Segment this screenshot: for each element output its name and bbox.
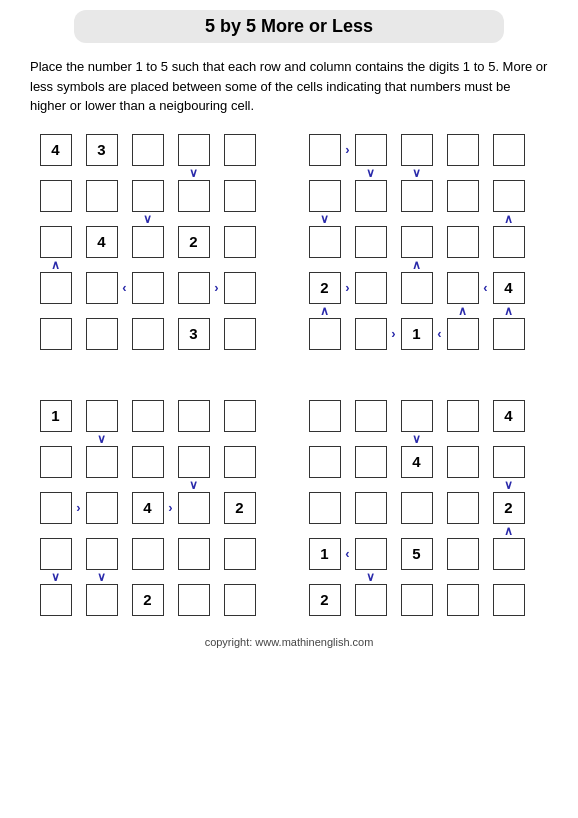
cell-row: 2 bbox=[40, 584, 270, 616]
v-symbol: ∨ bbox=[355, 570, 387, 584]
cell-row: 3 bbox=[40, 318, 270, 350]
h-symbol: ‹ bbox=[479, 272, 493, 304]
v-symbol bbox=[132, 258, 164, 272]
cell-row: 2 bbox=[309, 584, 539, 616]
v-symbol: ∨ bbox=[178, 166, 210, 180]
v-symbol: ∨ bbox=[86, 432, 118, 446]
cell-row: 1 bbox=[40, 400, 270, 432]
grid-cell: 2 bbox=[309, 584, 341, 616]
puzzle1: 43∨∨42∧‹›3 bbox=[40, 134, 270, 350]
v-symbol bbox=[178, 304, 210, 318]
h-symbol bbox=[387, 180, 401, 212]
v-sym-row: ∨ bbox=[40, 212, 270, 226]
page: 5 by 5 More or Less Place the number 1 t… bbox=[0, 0, 578, 818]
grid-cell bbox=[493, 180, 525, 212]
grid-cell bbox=[224, 538, 256, 570]
v-symbol bbox=[447, 212, 479, 226]
h-symbol bbox=[387, 492, 401, 524]
grid-cell bbox=[355, 584, 387, 616]
h-symbol bbox=[479, 226, 493, 258]
grid-cell: 2 bbox=[224, 492, 256, 524]
v-symbol: ∨ bbox=[86, 570, 118, 584]
h-symbol bbox=[164, 584, 178, 616]
v-symbol bbox=[224, 570, 256, 584]
h-symbol bbox=[210, 226, 224, 258]
h-symbol: ‹ bbox=[118, 272, 132, 304]
v-symbol bbox=[447, 524, 479, 538]
v-sym-row: ∧∧∧ bbox=[309, 304, 539, 318]
v-symbol bbox=[224, 166, 256, 180]
grid-cell bbox=[224, 400, 256, 432]
v-symbol: ∨ bbox=[401, 166, 433, 180]
v-symbol: ∨ bbox=[493, 478, 525, 492]
v-sym-row: ∨ bbox=[40, 432, 270, 446]
grid-cell bbox=[86, 400, 118, 432]
v-sym-row: ∨ bbox=[309, 478, 539, 492]
grid-cell bbox=[355, 134, 387, 166]
h-symbol bbox=[433, 272, 447, 304]
grid-cell: 3 bbox=[86, 134, 118, 166]
v-symbol bbox=[178, 258, 210, 272]
h-symbol bbox=[479, 180, 493, 212]
cell-row bbox=[40, 446, 270, 478]
v-symbol bbox=[40, 478, 72, 492]
h-symbol bbox=[118, 538, 132, 570]
h-symbol bbox=[164, 318, 178, 350]
grid-cell bbox=[40, 492, 72, 524]
grid-cell bbox=[355, 226, 387, 258]
grid-cell bbox=[309, 492, 341, 524]
v-symbol bbox=[86, 524, 118, 538]
h-symbol bbox=[479, 446, 493, 478]
grid-cell: 4 bbox=[493, 272, 525, 304]
v-symbol bbox=[355, 304, 387, 318]
v-symbol bbox=[309, 524, 341, 538]
v-symbol bbox=[493, 166, 525, 180]
grid-cell bbox=[355, 272, 387, 304]
grid-cell: 4 bbox=[40, 134, 72, 166]
grid-cell: 2 bbox=[132, 584, 164, 616]
h-symbol bbox=[164, 272, 178, 304]
instructions: Place the number 1 to 5 such that each r… bbox=[20, 57, 558, 116]
h-symbol bbox=[72, 584, 86, 616]
grid-cell bbox=[40, 180, 72, 212]
h-symbol bbox=[341, 318, 355, 350]
v-symbol bbox=[401, 478, 433, 492]
v-sym-row: ∨ bbox=[40, 166, 270, 180]
grid-cell bbox=[493, 318, 525, 350]
v-symbol bbox=[224, 258, 256, 272]
h-symbol bbox=[210, 584, 224, 616]
grid-cell bbox=[447, 400, 479, 432]
v-symbol bbox=[86, 258, 118, 272]
h-symbol bbox=[341, 446, 355, 478]
grid-cell bbox=[401, 134, 433, 166]
grid-cell: 3 bbox=[178, 318, 210, 350]
grid-cell bbox=[224, 180, 256, 212]
v-sym-row: ∧ bbox=[40, 258, 270, 272]
grid-cell bbox=[40, 538, 72, 570]
cell-row: ›1‹ bbox=[309, 318, 539, 350]
puzzle2: ›∨∨∨∧∧2›‹4∧∧∧›1‹ bbox=[309, 134, 539, 350]
v-sym-row: ∨ bbox=[309, 432, 539, 446]
grid-cell bbox=[86, 492, 118, 524]
puzzles-row-1: 43∨∨42∧‹›3›∨∨∨∧∧2›‹4∧∧∧›1‹ bbox=[20, 134, 558, 350]
cell-row: 4 bbox=[309, 446, 539, 478]
v-symbol bbox=[178, 432, 210, 446]
v-symbol bbox=[178, 212, 210, 226]
grid-cell bbox=[355, 446, 387, 478]
v-symbol bbox=[86, 478, 118, 492]
grid-cell bbox=[178, 538, 210, 570]
h-symbol bbox=[118, 318, 132, 350]
grid-cell bbox=[86, 538, 118, 570]
h-symbol bbox=[387, 400, 401, 432]
v-symbol bbox=[132, 166, 164, 180]
cell-row: 2 bbox=[309, 492, 539, 524]
v-symbol bbox=[493, 570, 525, 584]
v-symbol bbox=[401, 212, 433, 226]
cell-row: ›4›2 bbox=[40, 492, 270, 524]
h-symbol: › bbox=[164, 492, 178, 524]
grid-cell bbox=[447, 446, 479, 478]
v-symbol bbox=[40, 166, 72, 180]
v-sym-row: ∨∨ bbox=[40, 570, 270, 584]
h-symbol bbox=[479, 584, 493, 616]
h-symbol bbox=[479, 538, 493, 570]
